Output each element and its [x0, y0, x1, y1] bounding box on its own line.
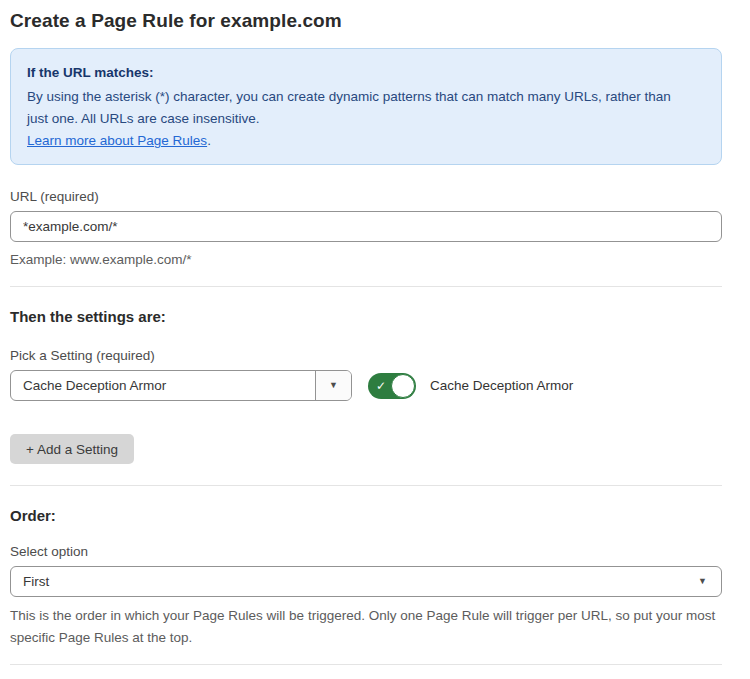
chevron-down-icon: ▼ [329, 381, 338, 390]
link-suffix: . [207, 133, 211, 148]
divider [10, 485, 722, 486]
order-section-heading: Order: [10, 507, 722, 524]
url-field-helper: Example: www.example.com/* [10, 249, 722, 270]
chevron-down-icon: ▼ [698, 577, 707, 586]
order-select-label: Select option [10, 544, 722, 559]
toggle-knob [391, 374, 415, 398]
url-field-label: URL (required) [10, 189, 722, 204]
learn-more-link[interactable]: Learn more about Page Rules [27, 133, 207, 148]
url-input[interactable] [10, 211, 722, 242]
url-match-info-box: If the URL matches: By using the asteris… [10, 48, 722, 165]
order-helper-text: This is the order in which your Page Rul… [10, 605, 722, 649]
setting-toggle-label: Cache Deception Armor [430, 378, 573, 393]
info-box-heading: If the URL matches: [27, 62, 705, 84]
info-box-link-line: Learn more about Page Rules. [27, 130, 705, 152]
page-title: Create a Page Rule for example.com [10, 10, 722, 32]
setting-toggle[interactable]: ✓ [368, 373, 416, 399]
setting-row: Cache Deception Armor ▼ ✓ Cache Deceptio… [10, 370, 722, 401]
setting-picker-arrow-button[interactable]: ▼ [315, 371, 351, 400]
divider [10, 286, 722, 287]
add-setting-button[interactable]: + Add a Setting [10, 434, 134, 464]
setting-picker-label: Pick a Setting (required) [10, 348, 722, 363]
divider [10, 664, 722, 665]
order-select-value: First [23, 574, 49, 589]
setting-picker-dropdown[interactable]: Cache Deception Armor ▼ [10, 370, 352, 401]
check-icon: ✓ [376, 378, 386, 394]
order-select[interactable]: First ▼ [10, 566, 722, 597]
setting-picker-value: Cache Deception Armor [11, 378, 166, 393]
settings-section-heading: Then the settings are: [10, 308, 722, 325]
info-box-body: By using the asterisk (*) character, you… [27, 86, 687, 130]
